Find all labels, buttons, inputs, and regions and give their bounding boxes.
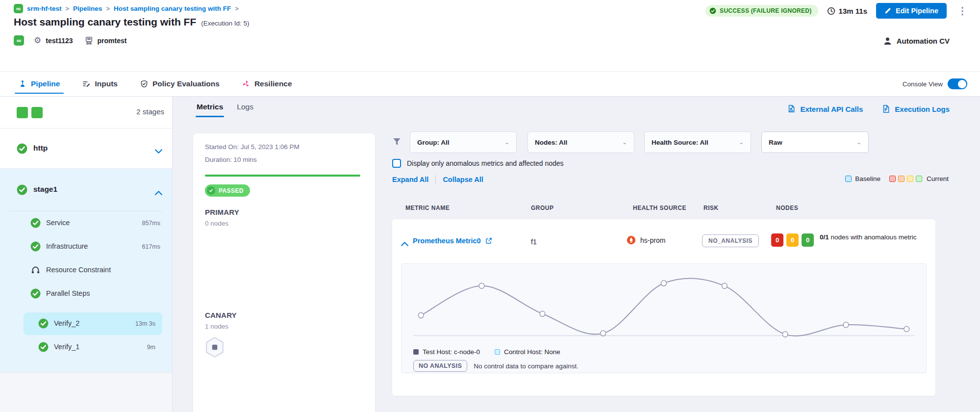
collapse-metric-chevron-icon[interactable] (401, 239, 408, 248)
stage-status-squares (17, 107, 43, 118)
stage-label: http (33, 144, 48, 153)
step-parallel-steps[interactable]: Parallel Steps (0, 282, 172, 306)
step-verify-1[interactable]: Verify_1 9m (24, 336, 162, 359)
status-badge: SUCCESS (FAILURE IGNORED) (705, 5, 818, 17)
more-options-menu-icon[interactable]: ⋮ (955, 6, 969, 16)
console-view-label: Console View (903, 80, 943, 88)
tab-resilience[interactable]: Resilience (238, 72, 296, 96)
tab-pipeline[interactable]: Pipeline (15, 72, 64, 96)
resource-constraint-icon (30, 265, 41, 277)
nodes-filter-dropdown[interactable]: Nodes: All ⌄ (528, 131, 634, 153)
execution-logs-label: Execution Logs (895, 105, 950, 113)
chevron-down-icon: ⌄ (856, 139, 861, 146)
inputs-icon (82, 80, 90, 88)
shield-check-icon (140, 80, 148, 88)
elapsed-time: 13m 11s (827, 7, 867, 15)
check-circle-icon (709, 7, 716, 14)
tab-inputs[interactable]: Inputs (78, 72, 122, 96)
metric-group-value: f1 (531, 238, 537, 246)
status-badge-label: SUCCESS (FAILURE IGNORED) (720, 7, 812, 14)
step-label: Verify_2 (54, 319, 79, 327)
anomalous-filter-checkbox[interactable] (392, 159, 401, 168)
step-label: Infrastructure (46, 242, 88, 250)
col-group: GROUP (531, 205, 554, 211)
health-source-label: hs-prom (640, 236, 665, 244)
no-analysis-badge: NO ANALYSIS (413, 360, 467, 372)
breadcrumb-pipelines-link[interactable]: Pipelines (73, 5, 102, 12)
baseline-legend-label: Baseline (855, 175, 880, 182)
expand-all-link[interactable]: Expand All (392, 176, 428, 183)
metric-name-label: Prometheus Metric0 (413, 237, 481, 245)
control-host-swatch (495, 349, 500, 355)
primary-label: PRIMARY (205, 208, 239, 216)
stage-success-square (31, 107, 43, 118)
no-analysis-message: No control data to compare against. (474, 362, 578, 370)
breadcrumb-pipeline-link[interactable]: Host sampling canary testing with FF (114, 5, 231, 12)
chevron-down-icon[interactable] (155, 147, 162, 155)
edit-pipeline-button[interactable]: Edit Pipeline (876, 3, 947, 19)
sidebar-stage-http[interactable]: http (0, 129, 172, 169)
chart-color-legend: Baseline Current (845, 175, 949, 182)
header-actions: SUCCESS (FAILURE IGNORED) 13m 11s Edit P… (705, 3, 969, 19)
test-host-label: Test Host: c-node-0 (423, 348, 480, 356)
current-green-swatch (916, 176, 922, 182)
breadcrumb-project-link[interactable]: srm-hf-test (27, 5, 62, 12)
step-duration: 9m (147, 344, 155, 351)
duration: Duration: 10 mins (205, 156, 257, 163)
stage-count: 2 stages (136, 107, 164, 116)
tab-logs[interactable]: Logs (237, 103, 253, 117)
external-link-icon (485, 237, 492, 244)
divider (435, 175, 436, 183)
col-metric-name: METRIC NAME (405, 205, 450, 211)
metric-chart-card: Test Host: c-node-0 Control Host: None N… (401, 263, 927, 373)
external-api-calls-link[interactable]: API External API Calls (787, 104, 863, 113)
current-orange-swatch (898, 176, 905, 182)
metric-chart[interactable] (413, 270, 914, 344)
check-circle-icon (207, 186, 215, 195)
success-check-icon (30, 218, 41, 230)
tab-resilience-label: Resilience (254, 79, 292, 88)
started-on: Started On: Jul 5, 2023 1:06 PM (205, 143, 300, 151)
col-risk: RISK (704, 205, 719, 211)
anomalous-nodes-fraction: 0/1 (820, 233, 829, 241)
document-icon (881, 104, 890, 113)
console-view-toggle[interactable] (948, 78, 967, 89)
tab-metrics[interactable]: Metrics (197, 103, 223, 117)
analysis-status-row: NO ANALYSIS No control data to compare a… (413, 360, 578, 372)
execution-logs-link[interactable]: Execution Logs (881, 104, 950, 113)
clock-icon (827, 7, 835, 15)
node-count-red: 0 (771, 233, 783, 247)
user-avatar-icon (883, 36, 892, 46)
metric-name-link[interactable]: Prometheus Metric0 (413, 237, 492, 245)
step-infrastructure[interactable]: Infrastructure 617ms (0, 235, 172, 258)
canary-node-hexagon[interactable] (205, 336, 225, 360)
chevron-down-icon: ⌄ (622, 139, 627, 146)
context-row: ∞ ⚙ test1123 promtest (14, 35, 126, 46)
control-host-label: Control Host: None (504, 348, 560, 356)
data-mode-dropdown[interactable]: Raw ⌄ (761, 131, 869, 153)
step-service[interactable]: Service 857ms (0, 211, 172, 235)
current-yellow-swatch (907, 176, 913, 182)
edit-pipeline-label: Edit Pipeline (896, 7, 938, 15)
group-filter-dropdown[interactable]: Group: All ⌄ (410, 131, 517, 153)
service-name: test1123 (46, 37, 73, 45)
prometheus-icon (627, 235, 636, 245)
step-verify-2[interactable]: Verify_2 13m 3s (24, 312, 162, 335)
chevron-up-icon[interactable] (155, 188, 162, 197)
collapse-all-link[interactable]: Collapse All (443, 176, 483, 183)
group-filter-value: Group: All (417, 139, 450, 146)
risk-badge: NO_ANALYSIS (702, 234, 759, 247)
step-resource-constraint[interactable]: Resource Constraint (0, 258, 172, 282)
success-check-icon (17, 143, 27, 156)
step-duration: 617ms (142, 243, 160, 250)
verification-summary-card: Started On: Jul 5, 2023 1:06 PM Duration… (193, 133, 375, 412)
tab-policy-evaluations[interactable]: Policy Evaluations (136, 72, 224, 96)
sidebar-stage-stage1[interactable]: stage1 (0, 169, 172, 211)
chevron-down-icon: ⌄ (504, 139, 509, 146)
external-api-calls-label: External API Calls (800, 105, 863, 113)
svg-text:API: API (790, 110, 794, 112)
success-check-icon (17, 184, 27, 197)
health-source-filter-dropdown[interactable]: Health Source: All ⌄ (644, 131, 751, 153)
elapsed-time-label: 13m 11s (839, 7, 867, 15)
resilience-chaos-icon (242, 80, 250, 88)
